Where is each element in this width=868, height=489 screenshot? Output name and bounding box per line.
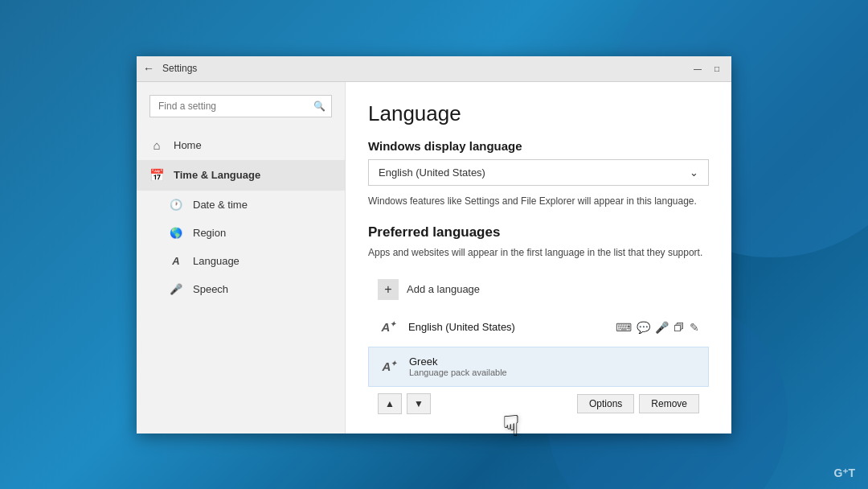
handwriting-feature-icon: ✎	[690, 321, 699, 334]
sidebar-item-home-label: Home	[174, 139, 202, 151]
greek-lang-info: Greek Language pack available	[409, 355, 698, 377]
sidebar-item-date-time[interactable]: 🕐 Date & time	[137, 191, 345, 219]
region-icon: 🌎	[169, 227, 183, 239]
display-language-title: Windows display language	[368, 139, 709, 153]
sidebar-item-region[interactable]: 🌎 Region	[137, 219, 345, 247]
language-actions: ▲ ▼ Options Remove	[368, 393, 709, 414]
search-input[interactable]	[149, 95, 332, 117]
remove-button[interactable]: Remove	[639, 394, 699, 413]
time-language-icon: 📅	[149, 168, 164, 183]
plus-icon: +	[378, 279, 399, 300]
main-panel: Language Windows display language Englis…	[346, 82, 731, 434]
greek-lang-name: Greek	[409, 355, 698, 368]
speech-feature-icon: 💬	[637, 321, 650, 334]
greek-lang-subtitle: Language pack available	[409, 368, 698, 377]
mic-feature-icon: 🎤	[655, 321, 669, 334]
preferred-languages-title: Preferred languages	[368, 224, 709, 240]
maximize-button[interactable]: □	[709, 60, 725, 76]
display-language-dropdown[interactable]: English (United States) ⌄	[368, 159, 709, 186]
sidebar-item-language[interactable]: A Language	[137, 247, 345, 275]
settings-window: ← Settings — □ 🔍 ⌂ Home 📅 Time & Langu	[137, 56, 731, 434]
add-language-label: Add a language	[407, 283, 480, 295]
search-icon: 🔍	[313, 101, 326, 112]
sidebar-item-date-time-label: Date & time	[193, 199, 248, 211]
english-lang-icon: A✦	[378, 316, 400, 339]
display-feature-icon: 🗇	[674, 321, 685, 334]
language-item-english[interactable]: A✦ English (United States) ⌨ 💬 🎤 🗇 ✎	[368, 308, 709, 347]
preferred-languages-desc: Apps and websites will appear in the fir…	[368, 245, 709, 260]
move-down-button[interactable]: ▼	[407, 393, 431, 414]
english-lang-name: English (United States)	[408, 321, 608, 333]
home-icon: ⌂	[149, 138, 164, 152]
titlebar: ← Settings — □	[137, 56, 731, 82]
sidebar-item-speech[interactable]: 🎤 Speech	[137, 275, 345, 303]
speech-icon: 🎤	[169, 283, 183, 295]
window-controls: — □	[690, 60, 725, 76]
move-up-button[interactable]: ▲	[378, 393, 402, 414]
sidebar-item-home[interactable]: ⌂ Home	[137, 130, 345, 160]
page-title: Language	[368, 101, 709, 126]
options-button[interactable]: Options	[577, 394, 634, 413]
display-language-value: English (United States)	[379, 166, 485, 179]
sidebar-item-time-language-label: Time & Language	[174, 169, 260, 181]
language-item-greek[interactable]: A✦ Greek Language pack available	[368, 347, 709, 387]
sidebar-item-language-label: Language	[193, 255, 240, 267]
language-icon: A	[169, 255, 183, 267]
english-lang-info: English (United States)	[408, 321, 608, 333]
sidebar-item-region-label: Region	[193, 227, 226, 239]
chevron-down-icon: ⌄	[690, 166, 698, 179]
keyboard-feature-icon: ⌨	[616, 321, 632, 334]
add-language-button[interactable]: + Add a language	[368, 271, 709, 308]
english-lang-features: ⌨ 💬 🎤 🗇 ✎	[616, 321, 699, 334]
sidebar-item-speech-label: Speech	[193, 283, 228, 295]
sidebar: 🔍 ⌂ Home 📅 Time & Language 🕐 Date & time…	[137, 82, 346, 434]
date-time-icon: 🕐	[169, 199, 183, 211]
minimize-button[interactable]: —	[690, 60, 706, 76]
search-container: 🔍	[149, 95, 332, 117]
display-language-info: Windows features like Settings and File …	[368, 194, 709, 208]
window-title: Settings	[162, 63, 690, 74]
greek-lang-icon: A✦	[379, 355, 401, 378]
window-content: 🔍 ⌂ Home 📅 Time & Language 🕐 Date & time…	[137, 82, 731, 434]
sidebar-item-time-language[interactable]: 📅 Time & Language	[137, 160, 345, 191]
watermark: G⁺T	[834, 466, 855, 479]
back-button[interactable]: ←	[143, 62, 154, 75]
